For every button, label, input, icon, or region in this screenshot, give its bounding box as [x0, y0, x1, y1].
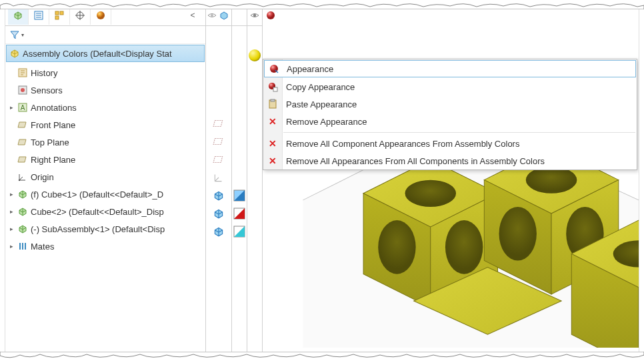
config-icon: [54, 10, 65, 21]
cube-blue-icon: [213, 226, 225, 238]
remove-x-icon: ✕: [269, 116, 277, 127]
display-pane-cell[interactable]: [206, 114, 231, 132]
expand-toggle-icon[interactable]: ▸: [8, 191, 15, 198]
app-frame: < ▾ Assembly Colors (Default<Display Sta…: [0, 0, 644, 361]
appearance-swatch[interactable]: [232, 204, 247, 222]
appearance-ball-icon: [95, 10, 106, 21]
display-pane-cell[interactable]: [206, 150, 231, 168]
history-icon: [17, 67, 28, 78]
tree-item[interactable]: ▸AAnnotations: [5, 99, 205, 116]
menu-item-label: Remove Appearance: [286, 117, 367, 127]
tree-item-label: Right Plane: [31, 155, 75, 165]
appearance-indicator-column: [247, 5, 263, 356]
svg-point-27: [445, 220, 483, 274]
display-pane-cell[interactable]: [206, 222, 231, 240]
menu-item[interactable]: Appearance: [264, 60, 636, 77]
svg-text:A: A: [21, 104, 25, 111]
cube-blue-icon: [213, 190, 225, 202]
eye-icon[interactable]: [249, 10, 260, 21]
clipboard-icon: [267, 99, 278, 109]
appearance-ball-icon: [269, 63, 279, 74]
origin-ghost-icon: [213, 171, 225, 184]
dropdown-caret-icon[interactable]: ▾: [21, 32, 24, 38]
svg-point-17: [211, 14, 213, 17]
tree-item-label: Origin: [31, 172, 54, 182]
menu-item[interactable]: Copy Appearance: [263, 78, 637, 95]
expand-toggle-icon[interactable]: [8, 173, 15, 180]
expand-toggle-icon[interactable]: [8, 139, 15, 145]
comp-icon: [17, 189, 28, 200]
svg-point-28: [405, 180, 457, 207]
display-pane-cell[interactable]: [206, 186, 231, 204]
expand-toggle-icon[interactable]: ▸: [8, 104, 15, 111]
appearance-copy-icon: [267, 81, 278, 92]
funnel-icon[interactable]: [9, 29, 20, 40]
appearance-swatch-column: [232, 5, 247, 356]
expand-toggle-icon[interactable]: [8, 69, 15, 76]
menu-item[interactable]: ✕Remove All Component Appearances From A…: [263, 135, 637, 152]
svg-point-22: [267, 11, 275, 19]
expand-toggle-icon[interactable]: ▸: [8, 243, 15, 250]
plane-ghost-icon: [213, 135, 225, 147]
feature-tree: HistorySensors▸AAnnotationsFront PlaneTo…: [5, 63, 205, 352]
root-label: Assembly Colors (Default<Display Stat: [23, 49, 172, 59]
display-state-column: [206, 5, 232, 356]
tree-item[interactable]: ▸(-) SubAssembly<1> (Default<Disp: [5, 220, 205, 238]
plane-icon: [17, 137, 28, 147]
tree-item[interactable]: Sensors: [5, 81, 205, 99]
svg-rect-43: [273, 87, 277, 91]
expand-toggle-icon[interactable]: [8, 87, 15, 93]
tree-item[interactable]: ▸(f) Cube<1> (Default<<Default>_D: [5, 186, 205, 203]
appearance-ball-small-icon[interactable]: [265, 10, 276, 21]
tree-root-row[interactable]: Assembly Colors (Default<Display Stat: [6, 45, 205, 62]
appearance-context-menu: AppearanceCopy AppearancePaste Appearanc…: [263, 59, 637, 170]
tree-item[interactable]: Top Plane: [5, 133, 205, 151]
tree-item-label: Top Plane: [31, 137, 69, 147]
hide-show-icon[interactable]: [206, 9, 218, 21]
tree-item[interactable]: Front Plane: [5, 116, 205, 133]
tree-item-label: (-) SubAssembly<1> (Default<Disp: [31, 224, 165, 234]
expand-toggle-icon[interactable]: ▸: [8, 208, 15, 215]
swatch-icon: [233, 208, 245, 220]
menu-item-icon: ✕: [267, 155, 279, 167]
appearance-swatch[interactable]: [232, 186, 247, 204]
tree-item-label: (f) Cube<1> (Default<<Default>_D: [31, 190, 163, 200]
tree-item[interactable]: ▸Mates: [5, 238, 205, 255]
tree-item[interactable]: History: [5, 64, 205, 81]
graphics-viewport[interactable]: AppearanceCopy AppearancePaste Appearanc…: [263, 5, 639, 356]
feature-tree-panel: < ▾ Assembly Colors (Default<Display Sta…: [5, 5, 206, 356]
expand-toggle-icon[interactable]: ▸: [8, 226, 15, 232]
tree-item[interactable]: Right Plane: [5, 151, 205, 168]
tree-item[interactable]: Origin: [5, 168, 205, 186]
main-content: < ▾ Assembly Colors (Default<Display Sta…: [5, 5, 639, 356]
svg-point-34: [526, 166, 577, 193]
tree-item-label: History: [31, 68, 57, 78]
comp-icon: [17, 206, 28, 217]
appearance-preview-sphere[interactable]: [249, 49, 261, 61]
tree-item-label: Front Plane: [31, 120, 75, 130]
tree-item-label: Annotations: [31, 103, 77, 113]
display-pane-cell[interactable]: [206, 132, 231, 150]
swatch-icon: [233, 190, 245, 202]
svg-point-21: [253, 14, 256, 17]
display-pane-cell[interactable]: [206, 168, 231, 186]
torn-edge-top: [0, 0, 644, 9]
svg-point-32: [499, 207, 537, 261]
remove-x-icon: ✕: [269, 155, 277, 166]
assembly-icon: [13, 10, 23, 21]
appearance-swatch[interactable]: [232, 222, 247, 240]
menu-item-icon: [267, 98, 279, 110]
menu-item[interactable]: Paste Appearance: [263, 95, 637, 113]
cube-blue-icon: [213, 208, 225, 220]
display-pane-cell[interactable]: [206, 204, 231, 222]
menu-item[interactable]: ✕Remove All Appearances From All Compone…: [263, 152, 637, 169]
menu-item-label: Remove All Component Appearances From As…: [286, 139, 519, 149]
swatch-icon: [233, 226, 245, 238]
expand-toggle-icon[interactable]: [8, 156, 15, 163]
svg-rect-45: [271, 99, 275, 101]
menu-item[interactable]: ✕Remove Appearance: [263, 113, 637, 130]
menu-item-label: Paste Appearance: [286, 99, 357, 109]
tree-item[interactable]: ▸Cube<2> (Default<<Default>_Disp: [5, 203, 205, 220]
display-mode-icon[interactable]: [218, 9, 230, 21]
expand-toggle-icon[interactable]: [8, 121, 15, 128]
